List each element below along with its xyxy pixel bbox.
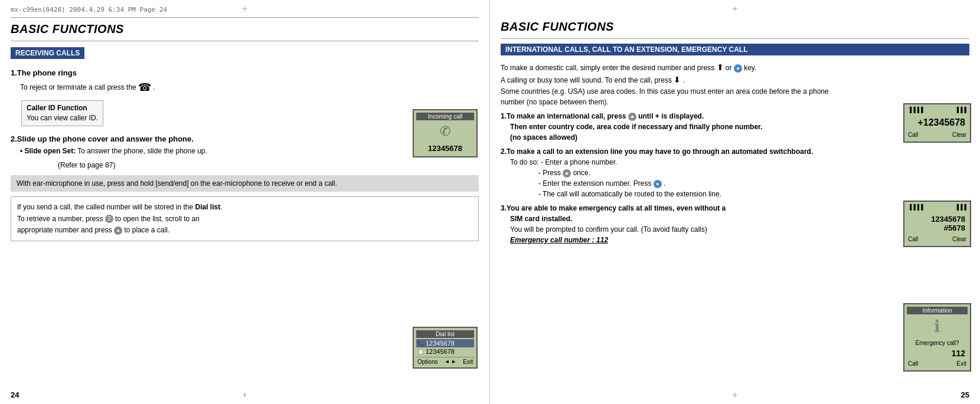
signal-icon-1: ▐▐▐▐ [908,107,923,113]
ok-icon-2: ● [654,180,662,188]
emergency-footer: Call Exit [907,359,968,368]
section-title-left: BASIC FUNCTIONS [11,22,479,36]
crosshair-bottom-right: + [732,390,737,400]
info-line3: appropriate number and press ● to place … [17,225,472,236]
page-num-left: 24 [11,390,19,399]
right-page: + BASIC FUNCTIONS INTERNATIONAL CALLS, C… [490,0,980,404]
signal-bar-2: ▐▐▐▐ ▐▐▐ [907,204,968,210]
caller-id-title: Caller ID Function [27,103,98,113]
list-icon-1: 📞 [417,340,424,346]
info-line1: If you send a call, the called number wi… [17,202,472,213]
intl-calls-heading: INTERNATIONAL CALLS, CALL TO AN EXTENSIO… [501,44,969,55]
list-icon: ☰ [105,215,113,223]
call-label-1: Call [908,132,918,138]
right-step2: 2.To make a call to an extension line yo… [501,146,969,199]
incoming-call-number: 12345678 [416,142,474,154]
emergency-call-text: Emergency call? [907,339,968,347]
dial-list-item2: 📋 12345678 [416,347,474,356]
list-icon-2: 📋 [417,349,424,354]
receiving-calls-heading: RECEIVING CALLS [11,47,84,59]
ext-screen-footer: Call Clear [907,235,968,244]
exit-label-3: Exit [956,360,966,367]
right-step3: 3.You are able to make emergency calls a… [501,203,969,245]
phone-reject-icon: ☎ [138,81,151,93]
intl-number-display: +12345678 [907,113,968,130]
call-label-3: Call [908,360,918,367]
signal-bar-1: ▐▐▐▐ ▐▐▐ [907,107,968,113]
ok-icon: ● [114,226,122,235]
extension-screen: ▐▐▐▐ ▐▐▐ 12345678 #5678 Call Clear [903,201,971,247]
dial-list-item1: 📞 12345678 [416,339,474,347]
phone-icon-incoming: ✆ [416,121,474,142]
star-icon-2: ★ [563,169,571,178]
dial-list-title: Dial list [416,330,474,338]
step2-subtext: (Refer to page 87) [58,160,479,170]
call-label-2: Call [908,236,918,242]
right-step1: 1.To make an international call, press ★… [501,111,969,143]
signal-icon-2: ▐▐▐▐ [908,204,923,210]
left-page: + mx-c99en(0428) 2004.4.29 6:34 PM Page … [0,0,490,404]
info-box: If you send a call, the called number wi… [11,196,479,241]
send-icon: ⬆ [717,63,724,72]
page-num-right: 25 [961,390,969,399]
caller-id-box: Caller ID Function You can view caller I… [21,100,103,126]
ext-number2: #5678 [907,224,968,235]
info-panel-title: Information [907,307,968,314]
call-circle-icon: ● [734,64,742,73]
intro-text: To make a domestic call, simply enter th… [501,61,969,107]
info-panel-icon: ℹ [907,317,968,336]
ext-number1: 12345678 [907,210,968,224]
emergency-call-label: Emergency call number : 112 [510,235,969,245]
crosshair-top-right: + [732,4,737,14]
info-line2: To retrieve a number, press ☰ to open th… [17,214,472,225]
step2-bullet: • Slide open Set: To answer the phone, s… [20,146,479,156]
clear-label-1: Clear [952,132,966,138]
dial-list-screen: Dial list 📞 12345678 📋 12345678 Options … [413,327,478,369]
incoming-call-title: Incoming call [416,113,474,120]
star-icon: ★ [628,113,636,121]
step2-title: 2.Slide up the phone cover and answer th… [11,134,479,143]
intl-screen-footer: Call Clear [907,130,968,139]
step1-title: 1.The phone rings [11,68,479,77]
section-title-right: BASIC FUNCTIONS [501,20,969,34]
caller-id-text: You can view caller ID. [27,113,98,123]
emergency-number: 112 [907,347,968,359]
end-icon: ⬇ [674,75,681,84]
page-container: + mx-c99en(0428) 2004.4.29 6:34 PM Page … [0,0,980,404]
incoming-call-screen: Incoming call ✆ 12345678 [413,109,478,157]
arrow-icon: ◄ ► [445,359,456,365]
battery-icon-1: ▐▐▐ [955,107,966,113]
dial-list-footer: Options ◄ ► Exit [416,357,474,365]
step1-text: To reject or terminate a call press the … [20,80,479,96]
crosshair-top-left: + [242,4,247,14]
emergency-screen: Information ℹ Emergency call? 112 Call E… [903,303,971,372]
battery-icon-2: ▐▐▐ [955,204,966,210]
intl-call-screen: ▐▐▐▐ ▐▐▐ +12345678 Call Clear [903,103,971,143]
crosshair-bottom-left: + [242,390,247,400]
note-box: With ear-microphone in use, press and ho… [11,175,479,192]
clear-label-2: Clear [952,236,966,242]
